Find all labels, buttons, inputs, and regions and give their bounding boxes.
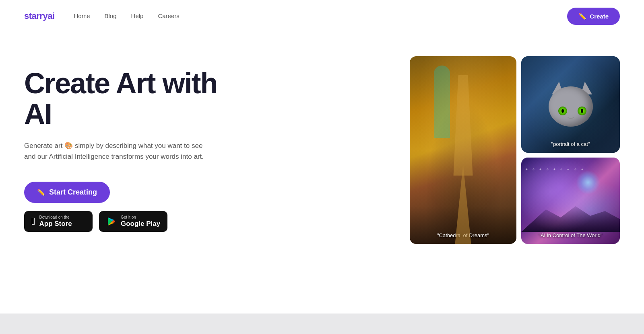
google-play-svg <box>107 217 116 226</box>
google-play-large-text: Google Play <box>121 220 160 228</box>
hero-title: Create Art with AI <box>24 68 233 129</box>
app-store-text: Download on the App Store <box>39 215 72 228</box>
play-store-icon <box>106 216 117 227</box>
store-buttons:  Download on the App Store <box>24 211 167 232</box>
nav-link-home[interactable]: Home <box>74 12 90 19</box>
galaxy-star-cluster <box>576 170 600 195</box>
hero-subtitle-line2: and our Artificial Intelligence transfor… <box>24 153 204 160</box>
nav-item-blog[interactable]: Blog <box>105 12 117 20</box>
cathedral-teal-figure <box>434 66 450 138</box>
nav-link-help[interactable]: Help <box>131 12 144 19</box>
google-play-button[interactable]: Get it on Google Play <box>99 211 167 232</box>
nav-left: starryai Home Blog Help Careers <box>24 11 180 21</box>
hero-subtitle-line1: Generate art 🎨 simply by describing what… <box>24 142 202 150</box>
hero-left: Create Art with AI Generate art 🎨 simply… <box>24 68 233 232</box>
cathedral-label: "Cathedral of Dreams" <box>410 231 516 240</box>
hero-section: Create Art with AI Generate art 🎨 simply… <box>0 32 644 276</box>
start-creating-icon: ✏️ <box>37 189 45 196</box>
nav-links: Home Blog Help Careers <box>74 12 180 20</box>
cat-face <box>545 78 597 131</box>
cat-face-circle <box>549 86 593 127</box>
galaxy-label: "AI in Control of The World" <box>521 231 620 240</box>
nav-link-blog[interactable]: Blog <box>105 12 117 19</box>
logo-text-part2: ai <box>47 11 54 21</box>
bottom-band <box>0 314 644 334</box>
pencil-icon: ✏️ <box>578 12 586 20</box>
cat-label: "portrait of a cat" <box>521 139 620 149</box>
art-gallery: "Cathedral of Dreams" "portrait of a cat… <box>410 56 620 244</box>
art-card-galaxy: "AI in Control of The World" <box>521 158 620 244</box>
nav-item-home[interactable]: Home <box>74 12 90 20</box>
page-wrapper: starryai Home Blog Help Careers ✏️ Creat… <box>0 0 644 314</box>
logo-text-part1: starry <box>24 11 47 21</box>
navbar: starryai Home Blog Help Careers ✏️ Creat… <box>0 0 644 32</box>
art-card-cat: "portrait of a cat" <box>521 56 620 153</box>
cat-eye-right <box>578 107 586 115</box>
google-play-text: Get it on Google Play <box>121 215 160 228</box>
nav-item-help[interactable]: Help <box>131 12 144 20</box>
nav-create-label: Create <box>590 13 609 20</box>
app-store-button[interactable]:  Download on the App Store <box>24 211 93 232</box>
app-store-small-text: Download on the <box>39 215 72 220</box>
art-card-cathedral: "Cathedral of Dreams" <box>410 56 516 244</box>
nav-item-careers[interactable]: Careers <box>158 12 179 20</box>
cta-row: ✏️ Start Creating  Download on the App … <box>24 182 233 232</box>
nav-create-button[interactable]: ✏️ Create <box>567 8 620 25</box>
start-creating-label: Start Creating <box>49 188 97 197</box>
hero-subtitle: Generate art 🎨 simply by describing what… <box>24 140 209 162</box>
apple-icon:  <box>31 215 35 227</box>
cat-nose <box>567 115 575 119</box>
google-play-small-text: Get it on <box>121 215 160 220</box>
cat-eye-left <box>558 107 567 115</box>
start-creating-button[interactable]: ✏️ Start Creating <box>24 182 110 203</box>
app-store-large-text: App Store <box>39 220 72 228</box>
nav-link-careers[interactable]: Careers <box>158 12 179 19</box>
logo: starryai <box>24 11 55 21</box>
